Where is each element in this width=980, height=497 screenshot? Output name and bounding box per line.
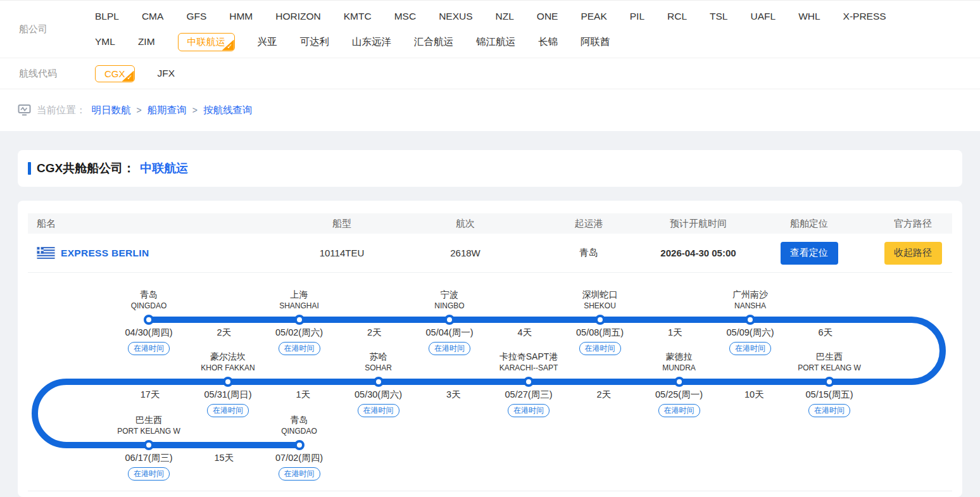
company-filter-label: 船公司 xyxy=(0,4,95,54)
company-option[interactable]: KMTC xyxy=(344,11,372,22)
company-option[interactable]: 山东远洋 xyxy=(352,35,391,49)
route-cell: 收起路径 xyxy=(874,242,952,265)
route-code-options: CGX✓JFX xyxy=(95,61,980,86)
port-name-en: PORT KELANG W xyxy=(117,427,180,437)
company-option[interactable]: 锦江航运 xyxy=(476,35,515,49)
port-time-pill[interactable]: 在港时间 xyxy=(808,404,850,417)
breadcrumb-location-label: 当前位置： xyxy=(37,104,86,117)
check-icon: ✓ xyxy=(122,71,134,82)
company-option[interactable]: TSL xyxy=(710,11,727,22)
port-name-cn: 巴生西 xyxy=(117,413,180,426)
port-node xyxy=(524,377,534,387)
company-option[interactable]: GFS xyxy=(186,11,206,22)
port-node xyxy=(144,440,154,450)
breadcrumb-separator: > xyxy=(137,105,142,115)
port-node xyxy=(374,377,384,387)
port-date: 07/02(周四) xyxy=(275,452,323,464)
route-code-chip-selected[interactable]: CGX✓ xyxy=(95,65,135,82)
port-name-cn: 青岛 xyxy=(131,288,167,301)
port-node xyxy=(595,315,605,325)
company-option[interactable]: PEAK xyxy=(581,11,606,22)
port-node xyxy=(294,315,305,325)
leg-duration: 3天 xyxy=(446,389,461,401)
company-option[interactable]: PIL xyxy=(630,11,644,22)
company-option[interactable]: X-PRESS xyxy=(843,11,886,22)
port-date: 05/09(周六) xyxy=(727,327,774,339)
leg-duration: 2天 xyxy=(596,389,611,401)
port-time-pill[interactable]: 在港时间 xyxy=(207,404,249,417)
company-option[interactable]: WHL xyxy=(798,11,820,22)
check-icon: ✓ xyxy=(222,40,234,51)
company-option[interactable]: BLPL xyxy=(95,11,119,22)
company-option[interactable]: ONE xyxy=(537,11,558,22)
table-header-cell: 起运港 xyxy=(525,218,652,230)
port-label: 苏哈SOHAR xyxy=(365,350,392,374)
company-option[interactable]: ZIM xyxy=(138,36,155,47)
company-option[interactable]: NZL xyxy=(496,11,514,22)
route-code-option[interactable]: JFX xyxy=(158,68,175,79)
location-icon xyxy=(18,104,31,116)
company-option[interactable]: UAFL xyxy=(751,11,776,22)
collapse-route-button[interactable]: 收起路径 xyxy=(884,242,942,265)
port-name-cn: 豪尔法坎 xyxy=(201,350,254,363)
table-header-cell: 船舶定位 xyxy=(744,218,874,230)
port-node xyxy=(745,315,755,325)
route-code-filter-row: 航线代码 CGX✓JFX xyxy=(0,58,980,89)
port-label: 青岛QINGDAO xyxy=(131,288,167,312)
company-option[interactable]: CMA xyxy=(142,11,163,22)
leg-duration: 4天 xyxy=(517,327,532,339)
port-label: 豪尔法坎KHOR FAKKAN xyxy=(201,350,254,374)
company-option[interactable]: YML xyxy=(95,36,115,47)
breadcrumb: 当前位置： 明日数航>船期查询>按航线查询 xyxy=(0,89,980,131)
vessel-name[interactable]: EXPRESS BERLIN xyxy=(61,248,149,259)
port-time-pill[interactable]: 在港时间 xyxy=(429,342,470,355)
title-accent-bar xyxy=(28,162,31,175)
leg-duration: 2天 xyxy=(367,327,382,339)
port-date: 05/27(周三) xyxy=(505,389,553,401)
breadcrumb-separator: > xyxy=(192,105,198,115)
port-label: 广州南沙NANSHA xyxy=(732,288,768,312)
company-option[interactable]: HORIZON xyxy=(275,11,320,22)
locate-cell: 查看定位 xyxy=(744,242,874,265)
leg-duration: 15天 xyxy=(214,452,234,464)
leg-duration: 6天 xyxy=(818,327,832,339)
company-option[interactable]: 兴亚 xyxy=(258,35,277,49)
route-code-filter-label: 航线代码 xyxy=(0,68,95,80)
table-header-cell: 航次 xyxy=(405,218,525,230)
company-option[interactable]: 汇合航运 xyxy=(414,35,453,49)
port-label: 卡拉奇SAPT港KARACHI--SAPT xyxy=(499,350,558,374)
port-node xyxy=(223,377,233,387)
port-time-pill[interactable]: 在港时间 xyxy=(579,342,621,355)
port-time-pill[interactable]: 在港时间 xyxy=(279,342,320,355)
company-chip-selected[interactable]: 中联航运✓ xyxy=(178,33,235,51)
company-option[interactable]: NEXUS xyxy=(439,11,472,22)
company-option[interactable]: 长锦 xyxy=(538,35,558,49)
app-root: 船公司 BLPLCMAGFSHMMHORIZONKMTCMSCNEXUSNZLO… xyxy=(0,0,980,497)
company-option[interactable]: MSC xyxy=(394,11,416,22)
port-date: 05/30(周六) xyxy=(355,389,402,401)
breadcrumb-link[interactable]: 明日数航 xyxy=(92,104,131,117)
port-time-pill[interactable]: 在港时间 xyxy=(658,404,700,417)
view-position-button[interactable]: 查看定位 xyxy=(781,242,838,265)
panel-company-link[interactable]: 中联航运 xyxy=(140,160,188,177)
port-time-pill[interactable]: 在港时间 xyxy=(128,467,170,481)
port-name-en: KHOR FAKKAN xyxy=(201,363,254,374)
port-time-pill[interactable]: 在港时间 xyxy=(508,404,550,417)
port-name-en: SHEKOU xyxy=(582,301,618,312)
breadcrumb-link[interactable]: 按航线查询 xyxy=(203,104,253,117)
port-time-pill[interactable]: 在港时间 xyxy=(279,467,320,481)
breadcrumb-links: 明日数航>船期查询>按航线查询 xyxy=(92,104,253,117)
leg-duration: 10天 xyxy=(744,389,764,401)
etd-time: 2026-04-30 05:00 xyxy=(652,248,744,258)
port-date: 05/08(周五) xyxy=(576,327,624,339)
breadcrumb-link[interactable]: 船期查询 xyxy=(148,104,187,117)
company-option[interactable]: HMM xyxy=(229,11,253,22)
port-time-pill[interactable]: 在港时间 xyxy=(729,342,771,355)
company-option[interactable]: 可达利 xyxy=(300,35,330,49)
company-option[interactable]: 阿联酋 xyxy=(581,35,610,49)
port-time-pill[interactable]: 在港时间 xyxy=(128,342,170,355)
company-option[interactable]: RCL xyxy=(667,11,687,22)
port-time-pill[interactable]: 在港时间 xyxy=(358,404,399,417)
port-name-cn: 苏哈 xyxy=(365,350,392,363)
port-label: 宁波NINGBO xyxy=(434,288,464,312)
